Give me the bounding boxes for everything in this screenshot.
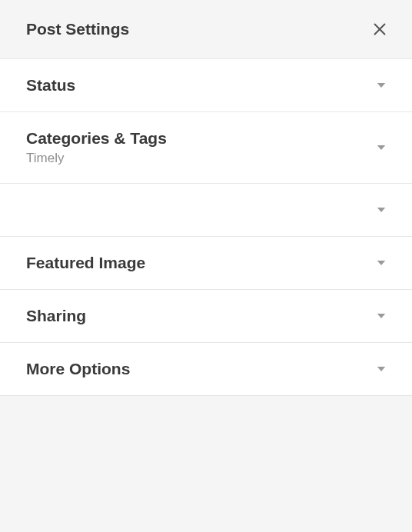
chevron-down-icon bbox=[372, 138, 390, 157]
chevron-down-icon bbox=[372, 360, 390, 378]
section-status[interactable]: Status bbox=[0, 59, 412, 112]
svg-marker-3 bbox=[377, 145, 386, 150]
panel-title: Post Settings bbox=[26, 20, 129, 38]
panel-footer bbox=[0, 396, 412, 431]
chevron-down-icon bbox=[372, 76, 390, 95]
chevron-down-icon bbox=[372, 254, 390, 272]
chevron-down-icon bbox=[372, 201, 390, 219]
svg-marker-7 bbox=[377, 367, 386, 371]
section-title: More Options bbox=[26, 360, 130, 378]
svg-marker-2 bbox=[377, 83, 386, 88]
svg-marker-5 bbox=[377, 261, 386, 265]
section-text: Status bbox=[26, 76, 75, 95]
section-categories-tags[interactable]: Categories & Tags Timely bbox=[0, 112, 412, 184]
section-title: Sharing bbox=[26, 307, 86, 325]
section-text: Categories & Tags Timely bbox=[26, 129, 167, 166]
section-text: Featured Image bbox=[26, 254, 145, 272]
section-title: Status bbox=[26, 76, 75, 95]
section-text: More Options bbox=[26, 360, 130, 378]
close-icon[interactable] bbox=[369, 18, 390, 40]
chevron-down-icon bbox=[372, 307, 390, 325]
section-title: Featured Image bbox=[26, 254, 145, 272]
section-subtitle: Timely bbox=[26, 151, 167, 166]
svg-marker-4 bbox=[377, 208, 386, 212]
section-text: Sharing bbox=[26, 307, 86, 325]
panel-header: Post Settings bbox=[0, 0, 412, 59]
svg-marker-6 bbox=[377, 314, 386, 318]
section-title: Categories & Tags bbox=[26, 129, 167, 148]
section-more-options[interactable]: More Options bbox=[0, 343, 412, 396]
section-featured-image[interactable]: Featured Image bbox=[0, 237, 412, 290]
post-settings-panel: Post Settings Status Categories & Tags T… bbox=[0, 0, 412, 532]
section-sharing[interactable]: Sharing bbox=[0, 290, 412, 343]
section-unlabeled[interactable] bbox=[0, 184, 412, 237]
